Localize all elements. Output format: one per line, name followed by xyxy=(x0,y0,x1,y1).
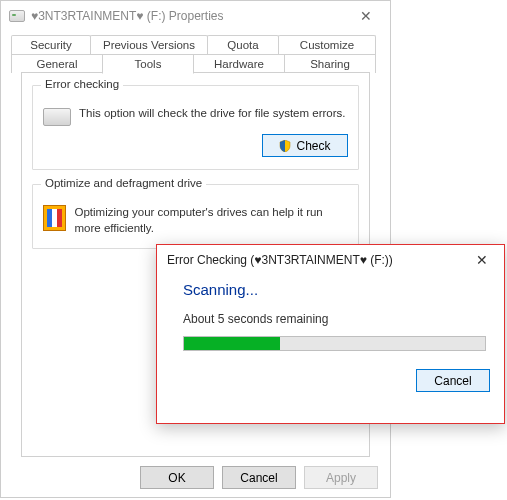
group-label-error-checking: Error checking xyxy=(41,78,123,90)
ok-button[interactable]: OK xyxy=(140,466,214,489)
tab-tools[interactable]: Tools xyxy=(102,54,194,74)
dialog-remaining: About 5 seconds remaining xyxy=(183,312,486,326)
error-checking-dialog: Error Checking (♥3NT3RTAINMENT♥ (F:)) ✕ … xyxy=(156,244,505,424)
check-button-label: Check xyxy=(296,139,330,153)
window-title: ♥3NT3RTAINMENT♥ (F:) Properties xyxy=(31,9,346,23)
tab-row-back: Security Previous Versions Quota Customi… xyxy=(11,35,380,54)
tab-customize[interactable]: Customize xyxy=(278,35,376,54)
dialog-buttons: OK Cancel Apply xyxy=(140,466,378,489)
tab-previous-versions[interactable]: Previous Versions xyxy=(90,35,208,54)
tab-security[interactable]: Security xyxy=(11,35,91,54)
close-icon[interactable]: ✕ xyxy=(346,1,386,31)
tab-sharing[interactable]: Sharing xyxy=(284,54,376,73)
progress-fill xyxy=(184,337,280,350)
apply-button: Apply xyxy=(304,466,378,489)
dialog-title: Error Checking (♥3NT3RTAINMENT♥ (F:)) xyxy=(167,253,393,267)
defrag-text: Optimizing your computer's drives can he… xyxy=(74,205,348,236)
group-error-checking: Error checking This option will check th… xyxy=(32,85,359,170)
defrag-icon xyxy=(43,205,66,231)
cancel-button[interactable]: Cancel xyxy=(222,466,296,489)
hdd-icon xyxy=(43,108,71,126)
group-defrag: Optimize and defragment drive Optimizing… xyxy=(32,184,359,249)
dialog-cancel-button[interactable]: Cancel xyxy=(416,369,490,392)
titlebar: ♥3NT3RTAINMENT♥ (F:) Properties ✕ xyxy=(1,1,390,31)
error-check-text: This option will check the drive for fil… xyxy=(79,106,346,122)
dialog-close-icon[interactable]: ✕ xyxy=(462,245,502,275)
shield-icon xyxy=(279,140,291,152)
tab-hardware[interactable]: Hardware xyxy=(193,54,285,73)
tab-quota[interactable]: Quota xyxy=(207,35,279,54)
dialog-titlebar: Error Checking (♥3NT3RTAINMENT♥ (F:)) ✕ xyxy=(157,245,504,275)
group-label-defrag: Optimize and defragment drive xyxy=(41,177,206,189)
progress-bar xyxy=(183,336,486,351)
drive-icon xyxy=(9,10,25,22)
tab-row-front: General Tools Hardware Sharing xyxy=(11,54,380,73)
dialog-status: Scanning... xyxy=(183,281,486,298)
tab-general[interactable]: General xyxy=(11,54,103,73)
check-button[interactable]: Check xyxy=(262,134,348,157)
